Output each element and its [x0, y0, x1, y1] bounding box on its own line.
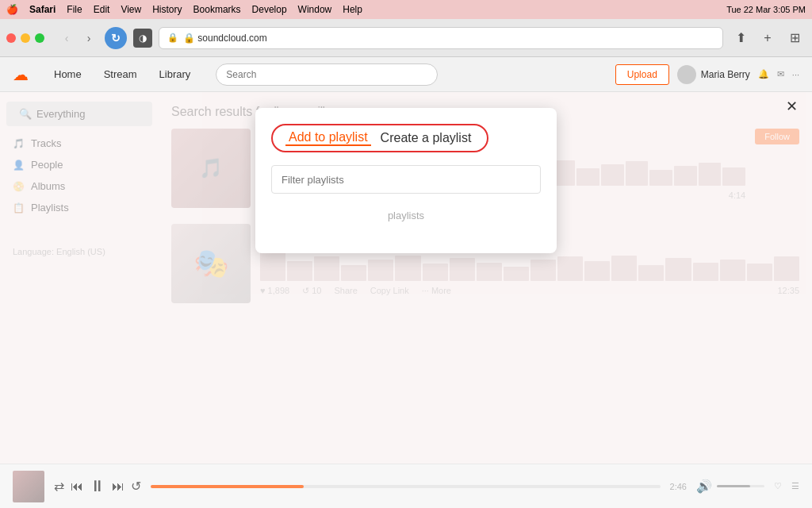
menu-time: Tue 22 Mar 3:05 PM — [726, 5, 806, 14]
notifications-icon[interactable]: 🔔 — [758, 69, 769, 79]
menu-bar-right: Tue 22 Mar 3:05 PM — [726, 5, 806, 14]
user-avatar — [677, 65, 696, 84]
user-name: Maria Berry — [701, 69, 750, 80]
messages-icon[interactable]: ✉ — [777, 69, 784, 79]
menu-edit[interactable]: Edit — [94, 4, 110, 15]
nav-buttons: ‹ › — [57, 29, 98, 48]
forward-button[interactable]: › — [79, 29, 98, 48]
no-playlists-message: playlists — [271, 194, 541, 237]
menu-history[interactable]: History — [152, 4, 182, 15]
nav-library[interactable]: Library — [150, 64, 201, 85]
menu-help[interactable]: Help — [343, 4, 362, 15]
modal-tabs-container: Add to playlist Create a playlist — [271, 124, 541, 152]
menu-window[interactable]: Window — [298, 4, 332, 15]
app-name[interactable]: Safari — [29, 4, 56, 15]
address-bar[interactable]: 🔒 🔒 soundcloud.com — [159, 27, 723, 49]
playlist-modal: Add to playlist Create a playlist playli… — [255, 108, 557, 253]
repeat-button[interactable]: ↺ — [131, 479, 141, 494]
traffic-lights — [6, 33, 44, 43]
volume-area: 🔊 — [696, 479, 764, 494]
player-progress-bar[interactable] — [151, 485, 661, 488]
menu-file[interactable]: File — [67, 4, 82, 15]
soundcloud-nav: Home Stream Library — [44, 64, 200, 85]
player-thumbnail — [13, 471, 44, 502]
play-pause-button[interactable]: ⏸ — [90, 477, 105, 495]
header-right: Upload Maria Berry 🔔 ✉ ··· — [615, 64, 799, 85]
volume-bar[interactable] — [717, 485, 764, 487]
menu-bookmarks[interactable]: Bookmarks — [193, 4, 241, 15]
add-to-playlist-tab[interactable]: Add to playlist — [285, 130, 371, 146]
next-button[interactable]: ⏭ — [112, 479, 124, 494]
nav-stream[interactable]: Stream — [94, 64, 147, 85]
new-tab-button[interactable]: + — [756, 27, 779, 49]
player-controls: ⇄ ⏮ ⏸ ⏭ ↺ — [54, 477, 141, 495]
prev-button[interactable]: ⏮ — [71, 479, 83, 494]
player-progress-fill — [151, 485, 304, 488]
menu-bar: 🍎 Safari File Edit View History Bookmark… — [0, 0, 812, 19]
more-options-icon[interactable]: ··· — [792, 70, 799, 79]
lock-icon: 🔒 — [167, 33, 178, 43]
reload-icon[interactable]: ↻ — [105, 27, 127, 49]
create-playlist-tab[interactable]: Create a playlist — [377, 130, 475, 146]
nav-home[interactable]: Home — [44, 64, 91, 85]
browser-chrome: ‹ › ↻ ◑ 🔒 🔒 soundcloud.com ⬆ + ⊞ — [0, 19, 812, 57]
close-modal-button[interactable]: ✕ — [783, 98, 799, 114]
share-button[interactable]: ⬆ — [730, 27, 752, 49]
grid-button[interactable]: ⊞ — [783, 27, 806, 49]
player-time: 2:46 — [670, 482, 687, 491]
shield-icon: ◑ — [133, 29, 152, 48]
player-bar: ⇄ ⏮ ⏸ ⏭ ↺ 2:46 🔊 ♡ ☰ — [0, 464, 812, 508]
modal-tabs-outline: Add to playlist Create a playlist — [271, 124, 488, 152]
back-button[interactable]: ‹ — [57, 29, 76, 48]
user-area: Maria Berry — [677, 65, 750, 84]
soundcloud-logo[interactable]: ☁ — [13, 65, 29, 84]
queue-icon[interactable]: ☰ — [791, 481, 799, 491]
browser-actions: ⬆ + ⊞ — [730, 27, 806, 49]
menu-bar-left: 🍎 Safari File Edit View History Bookmark… — [6, 4, 362, 15]
menu-develop[interactable]: Develop — [252, 4, 287, 15]
soundcloud-header: ☁ Home Stream Library Upload Maria Berry… — [0, 57, 812, 92]
shuffle-button[interactable]: ⇄ — [54, 479, 64, 494]
search-area — [216, 64, 438, 86]
minimize-button[interactable] — [21, 33, 30, 43]
close-button[interactable] — [6, 33, 16, 43]
soundcloud-logo-icon: ☁ — [13, 65, 29, 84]
volume-icon[interactable]: 🔊 — [696, 479, 712, 494]
filter-playlists-input[interactable] — [271, 165, 541, 194]
main-content: 🔍 Everything 🎵 Tracks 👤 People 📀 Albums … — [0, 92, 812, 464]
volume-fill — [717, 485, 750, 487]
apple-menu[interactable]: 🍎 — [6, 4, 18, 15]
upload-button[interactable]: Upload — [615, 64, 669, 85]
search-input[interactable] — [216, 64, 438, 86]
url-display: 🔒 soundcloud.com — [183, 33, 267, 44]
fullscreen-button[interactable] — [35, 33, 44, 43]
heart-icon[interactable]: ♡ — [774, 481, 782, 491]
menu-view[interactable]: View — [121, 4, 141, 15]
